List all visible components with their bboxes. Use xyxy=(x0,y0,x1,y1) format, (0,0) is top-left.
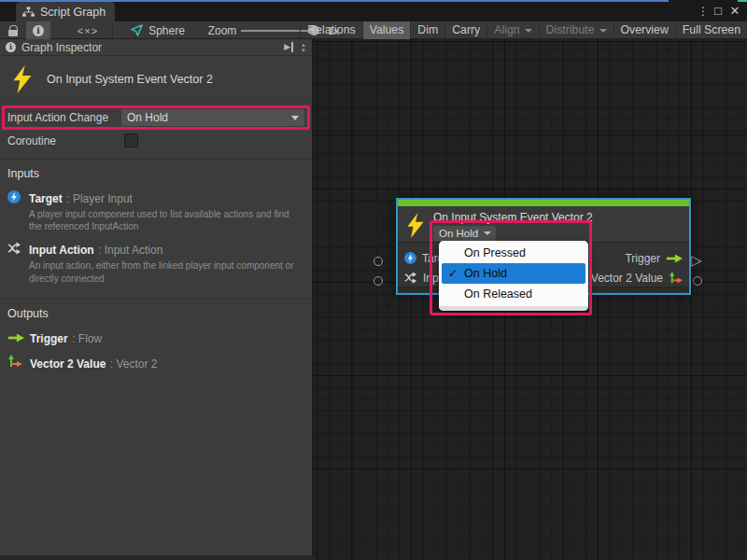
trigger-output-port[interactable]: ▷ xyxy=(691,254,702,267)
chevron-down-icon xyxy=(291,116,299,120)
lightning-bolt-icon xyxy=(406,213,425,238)
chevron-down-icon xyxy=(599,29,607,33)
menu-item-on-hold[interactable]: ✓ On Hold xyxy=(442,263,585,284)
event-node-header: On Input System Event Vector 2 On Hold xyxy=(398,206,689,243)
align-button[interactable]: Align xyxy=(486,21,538,39)
event-dropdown-menu: On Pressed ✓ On Hold On Released xyxy=(439,241,588,311)
window-menu-icon[interactable]: ⋮ xyxy=(697,2,710,21)
inspector-node-title: On Input System Event Vector 2 xyxy=(47,73,213,86)
input-action-change-label: Input Action Change xyxy=(7,111,121,124)
vector2-icon xyxy=(7,354,22,369)
target-description: A player input component used to list av… xyxy=(29,208,298,232)
script-graph-window: Script Graph ⋮ □ ✕ i <×> Sphere Zoom 1x … xyxy=(0,0,747,560)
menu-item-on-released[interactable]: On Released xyxy=(442,284,585,304)
flow-arrow-icon xyxy=(666,254,683,263)
zoom-label: Zoom xyxy=(204,21,241,39)
node-event-dropdown-value: On Hold xyxy=(439,228,478,239)
values-button[interactable]: Values xyxy=(362,21,411,39)
menu-item-label: On Released xyxy=(464,287,532,301)
trigger-name: Trigger xyxy=(30,332,68,345)
inspector-header-title: Graph Inspector xyxy=(21,41,102,54)
shuffle-arrows-icon xyxy=(404,272,417,284)
dock-panel-icon[interactable]: ▶ xyxy=(284,42,293,52)
close-icon[interactable]: ✕ xyxy=(726,2,743,21)
distribute-label: Distribute xyxy=(546,21,595,39)
vector2-type: : Vector 2 xyxy=(110,357,158,371)
input-action-input-port[interactable] xyxy=(374,276,383,286)
panel-spinner[interactable]: ▲ ▼ xyxy=(301,42,306,53)
node-port-vector2-label: Vector 2 Value xyxy=(591,272,663,285)
carry-button[interactable]: Carry xyxy=(444,21,486,39)
spin-down-icon: ▼ xyxy=(301,48,306,53)
sphere-icon xyxy=(131,24,143,36)
lock-button[interactable] xyxy=(2,21,24,39)
vector2-name: Vector 2 Value xyxy=(30,357,106,371)
inputs-heading: Inputs xyxy=(7,167,304,180)
node-summary: On Input System Event Vector 2 xyxy=(0,56,312,103)
tab-label: Script Graph xyxy=(40,6,106,19)
player-input-icon xyxy=(404,252,416,264)
input-action-type: : Input Action xyxy=(98,244,162,257)
input-action-name: Input Action xyxy=(29,244,94,257)
menu-item-label: On Pressed xyxy=(464,246,526,259)
target-name: Target xyxy=(29,192,63,205)
chevron-down-icon xyxy=(484,231,491,235)
input-action-description: An input action, either from the linked … xyxy=(29,259,298,284)
event-node-green-strip xyxy=(398,200,689,206)
node-event-dropdown[interactable]: On Hold xyxy=(433,226,496,241)
outputs-heading: Outputs xyxy=(7,307,304,320)
panel-bottom-edge xyxy=(0,555,314,560)
maximize-icon[interactable]: □ xyxy=(710,2,726,21)
flow-arrow-icon xyxy=(7,333,24,343)
coroutine-label: Coroutine xyxy=(7,134,124,147)
graph-canvas[interactable]: ▷ On Input System Event Vector 2 On Hold xyxy=(314,39,747,560)
target-type: : Player Input xyxy=(66,192,133,205)
lightning-bolt-icon xyxy=(12,65,33,93)
chevron-down-icon xyxy=(525,29,532,33)
dim-button[interactable]: Dim xyxy=(410,21,444,39)
highlight-frame-input-action-change: Input Action Change On Hold xyxy=(2,105,310,130)
sphere-label: Sphere xyxy=(148,24,185,37)
input-action-change-value: On Hold xyxy=(127,111,168,124)
tab-script-graph[interactable]: Script Graph xyxy=(16,2,115,21)
coroutine-row: Coroutine xyxy=(0,130,312,153)
coroutine-checkbox[interactable] xyxy=(124,133,138,147)
toolbar-separator xyxy=(112,23,113,37)
vector2-output-port[interactable] xyxy=(693,276,702,286)
overview-button[interactable]: Overview xyxy=(613,21,675,39)
player-input-icon xyxy=(7,190,21,203)
inspector-toggle-button[interactable]: i xyxy=(26,21,50,39)
inspector-header: i Graph Inspector ▶ ▲ ▼ xyxy=(0,39,312,56)
graph-inspector-panel: i Graph Inspector ▶ ▲ ▼ On Input System … xyxy=(0,39,314,555)
fullscreen-button[interactable]: Full Screen xyxy=(675,21,747,39)
info-icon: i xyxy=(6,42,16,52)
trigger-type: : Flow xyxy=(72,332,102,345)
menu-scroll-strip xyxy=(439,306,588,311)
node-port-trigger-label: Trigger xyxy=(625,252,660,265)
distribute-button[interactable]: Distribute xyxy=(539,21,613,39)
graph-icon xyxy=(22,7,35,18)
inputs-section: Inputs Target : Player Input A player in… xyxy=(0,159,312,299)
input-target-row: Target : Player Input A player input com… xyxy=(7,189,304,232)
vector2-icon xyxy=(669,271,683,285)
code-view-button[interactable]: <×> xyxy=(69,21,106,39)
outputs-section: Outputs Trigger : Flow xyxy=(0,299,312,385)
node-title: On Input System Event Vector 2 xyxy=(433,211,593,224)
input-action-change-dropdown[interactable]: On Hold xyxy=(121,109,304,126)
trigger-row: Trigger : Flow xyxy=(7,329,304,346)
sphere-context-button[interactable]: Sphere xyxy=(125,21,190,39)
info-icon: i xyxy=(33,25,44,36)
target-input-port[interactable] xyxy=(374,257,383,266)
input-action-row: Input Action : Input Action An input act… xyxy=(7,241,304,284)
shuffle-arrows-icon xyxy=(7,242,21,255)
titlebar: Script Graph ⋮ □ ✕ xyxy=(0,2,747,21)
graph-toolbar: i <×> Sphere Zoom 1x Relations Values Di… xyxy=(0,21,747,39)
menu-item-label: On Hold xyxy=(464,267,507,280)
check-icon: ✓ xyxy=(442,267,464,280)
menu-item-on-pressed[interactable]: On Pressed xyxy=(442,243,585,263)
relations-button[interactable]: Relations xyxy=(300,21,361,39)
lock-icon xyxy=(8,30,18,36)
align-label: Align xyxy=(494,21,519,39)
vector2-row: Vector 2 Value : Vector 2 xyxy=(7,354,304,372)
